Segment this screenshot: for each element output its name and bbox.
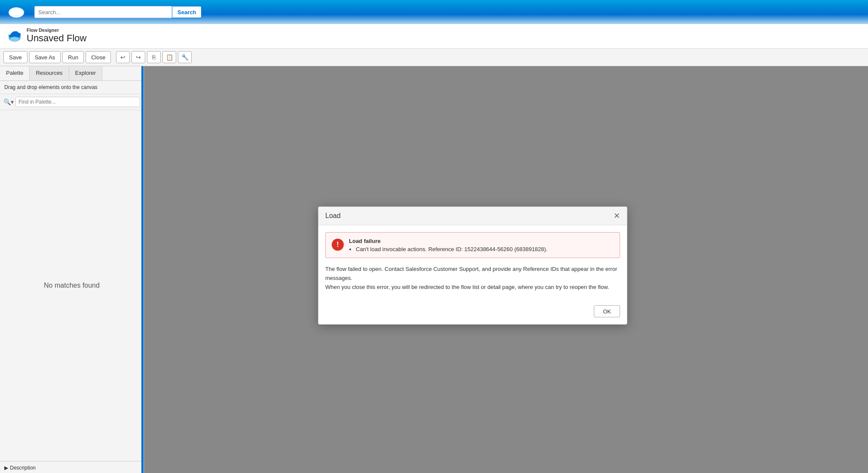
- description-label: Description: [10, 465, 36, 471]
- error-detail-item: Can't load invocable actions. Reference …: [356, 246, 614, 252]
- error-detail: Can't load invocable actions. Reference …: [349, 246, 614, 252]
- error-content: Load failure Can't load invocable action…: [349, 238, 614, 252]
- ok-button[interactable]: OK: [594, 305, 620, 317]
- settings-button[interactable]: 🔧: [178, 51, 192, 63]
- copy-button[interactable]: ⎘: [147, 51, 161, 63]
- tab-explorer[interactable]: Explorer: [69, 66, 102, 80]
- resize-handle[interactable]: [141, 66, 144, 473]
- load-modal: Load ✕ ! Load failure Can't load invocab…: [318, 206, 627, 325]
- chevron-right-icon: ▶: [4, 465, 8, 471]
- modal-close-button[interactable]: ✕: [614, 212, 620, 220]
- tab-resources[interactable]: Resources: [30, 66, 69, 80]
- error-box: ! Load failure Can't load invocable acti…: [325, 232, 620, 258]
- error-title: Load failure: [349, 238, 614, 244]
- panel-tabs: Palette Resources Explorer: [0, 66, 144, 81]
- page-title-text: Flow Designer Unsaved Flow: [27, 28, 86, 44]
- undo-button[interactable]: ↩: [116, 51, 130, 63]
- flow-designer-icon: [7, 28, 22, 43]
- error-icon: !: [332, 239, 344, 251]
- tab-palette[interactable]: Palette: [0, 66, 30, 80]
- modal-message-line1: The flow failed to open. Contact Salesfo…: [325, 266, 617, 281]
- search-bar: Search: [34, 6, 202, 18]
- modal-footer: OK: [318, 305, 627, 324]
- paste-button[interactable]: 📋: [162, 51, 176, 63]
- palette-search-icon[interactable]: 🔍▾: [3, 98, 14, 105]
- palette-search: 🔍▾: [0, 94, 144, 110]
- no-matches-label: No matches found: [0, 110, 144, 461]
- modal-title: Load: [325, 212, 341, 220]
- toolbar: Save Save As Run Close ↩ ↪ ⎘ 📋 🔧: [0, 49, 868, 66]
- modal-body: ! Load failure Can't load invocable acti…: [318, 225, 627, 305]
- svg-point-2: [10, 37, 19, 42]
- logo-area: [7, 5, 26, 19]
- flow-designer-label: Flow Designer: [27, 28, 86, 33]
- search-button[interactable]: Search: [172, 6, 202, 18]
- panel-bottom[interactable]: ▶ Description: [0, 461, 144, 473]
- salesforce-logo: [7, 5, 26, 19]
- page-title-bar: Flow Designer Unsaved Flow: [0, 24, 868, 49]
- drag-hint: Drag and drop elements onto the canvas: [0, 81, 144, 94]
- run-button[interactable]: Run: [62, 51, 84, 63]
- search-input[interactable]: [34, 6, 172, 18]
- modal-message-line2: When you close this error, you will be r…: [325, 284, 609, 290]
- left-panel: Palette Resources Explorer Drag and drop…: [0, 66, 144, 473]
- palette-search-input[interactable]: [15, 97, 140, 107]
- save-button[interactable]: Save: [3, 51, 28, 63]
- close-button[interactable]: Close: [86, 51, 111, 63]
- modal-header: Load ✕: [318, 207, 627, 225]
- redo-button[interactable]: ↪: [131, 51, 145, 63]
- modal-message: The flow failed to open. Contact Salesfo…: [325, 265, 620, 292]
- save-as-button[interactable]: Save As: [29, 51, 61, 63]
- flow-name: Unsaved Flow: [27, 33, 86, 44]
- header: Search: [0, 0, 868, 24]
